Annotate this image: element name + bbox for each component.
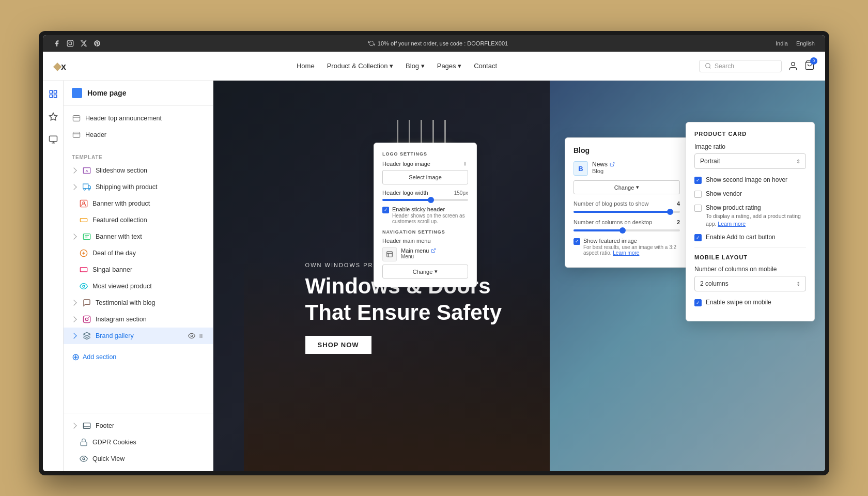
content-area: Home page Header top announcement Header (43, 81, 825, 471)
select-image-btn[interactable]: Select image (382, 170, 468, 184)
sidebar-instagram-label: Instagram section (96, 316, 147, 323)
left-icon-sections[interactable] (46, 87, 60, 101)
nav-blog[interactable]: Blog ▾ (406, 62, 425, 70)
sidebar-item-single-banner[interactable]: Singal banner (64, 261, 213, 278)
left-icon-theme[interactable] (46, 110, 60, 124)
pinterest-icon[interactable] (94, 40, 101, 47)
sticky-header-checkbox[interactable]: ✓ (382, 207, 389, 213)
svg-point-2 (72, 41, 72, 42)
cart-icon-wrapper[interactable]: 0 (804, 60, 815, 72)
logo-width-slider[interactable] (382, 199, 468, 201)
swipe-checkbox[interactable]: ✓ (694, 299, 702, 306)
brand-arrow (71, 333, 76, 338)
rating-learn-more[interactable]: Learn more (718, 221, 746, 227)
facebook-icon[interactable] (53, 40, 60, 47)
add-to-cart-label: Enable Add to cart button (706, 234, 776, 241)
nav-logo: ◆x (53, 59, 84, 73)
add-icon: ⊕ (72, 352, 80, 362)
slideshow-icon (82, 166, 91, 175)
blog-external-icon[interactable] (610, 162, 615, 167)
sidebar-brand-label: Brand gallery (96, 332, 134, 339)
rating-row: Show product rating To display a rating,… (694, 204, 806, 227)
sidebar-item-quickview[interactable]: Quick View (64, 451, 213, 467)
sidebar-item-banner-product[interactable]: Banner with product (64, 195, 213, 212)
announcement-promo-text: 10% off your next order, use code : DOOR… (378, 40, 508, 47)
vendor-checkbox[interactable] (694, 191, 702, 198)
sidebar-item-instagram[interactable]: Instagram section (64, 311, 213, 328)
external-link-icon[interactable] (431, 248, 436, 253)
add-section-button[interactable]: ⊕ Add section (64, 348, 213, 366)
sidebar-item-testimonial[interactable]: Testimonial with blog (64, 295, 213, 311)
brand-visibility-icon[interactable] (188, 332, 195, 339)
featured-icon (79, 215, 88, 225)
range-track (382, 199, 468, 201)
mobile-layout-title: MOBILE LAYOUT (694, 254, 806, 260)
brand-icon (82, 331, 91, 340)
left-icon-widgets[interactable] (46, 132, 60, 147)
sidebar-testimonial-label: Testimonial with blog (96, 299, 155, 306)
menu-sub-label: Menu (401, 254, 436, 259)
image-ratio-select[interactable]: Portrait ⇕ (694, 153, 806, 169)
blog-posts-slider[interactable]: Number of blog posts to show 4 (574, 200, 680, 213)
columns-range-fill (574, 229, 622, 231)
sidebar-item-gdpr[interactable]: GDPR Cookies (64, 434, 213, 451)
footer-icon (82, 421, 91, 430)
instagram-icon[interactable] (67, 40, 74, 47)
columns-label: Number of columns on desktop (574, 219, 652, 225)
announcement-text-group: 10% off your next order, use code : DOOR… (368, 40, 508, 47)
sidebar-item-shipping[interactable]: Shipping with product (64, 179, 213, 195)
svg-rect-11 (49, 136, 57, 142)
sidebar-fixed-section: Header top announcement Header (64, 106, 213, 147)
blog-panel: Blog B News Blog Change ▾ (565, 137, 689, 268)
svg-rect-8 (54, 90, 56, 93)
language-selector[interactable]: English (796, 40, 815, 47)
add-to-cart-row: ✓ Enable Add to cart button (694, 234, 806, 241)
rating-checkbox[interactable] (694, 205, 702, 212)
featured-image-checkbox[interactable]: ✓ (574, 238, 580, 245)
sidebar-slideshow-label: Slideshow section (96, 167, 147, 174)
sticky-desc: Header shows on the screen as customers … (392, 213, 468, 224)
hero-shop-btn[interactable]: SHOP NOW (305, 336, 371, 354)
columns-range-track (574, 229, 680, 231)
featured-learn-more[interactable]: Learn more (613, 250, 639, 256)
add-to-cart-checkbox[interactable]: ✓ (694, 234, 702, 241)
columns-mobile-select[interactable]: 2 columns ⇕ (694, 276, 806, 291)
second-image-checkbox[interactable]: ✓ (694, 177, 702, 184)
sidebar-single-banner-label: Singal banner (92, 266, 132, 273)
sidebar-item-featured[interactable]: Featured collection (64, 212, 213, 228)
menu-layout-icon (386, 251, 393, 258)
columns-desktop-slider[interactable]: Number of columns on desktop 2 (574, 219, 680, 231)
change-blog-btn[interactable]: Change ▾ (574, 180, 680, 194)
sidebar-item-header[interactable]: Header (64, 127, 213, 143)
nav-home[interactable]: Home (297, 62, 315, 70)
nav-pages[interactable]: Pages ▾ (437, 62, 461, 70)
sidebar-item-deal[interactable]: Deal of the day (64, 245, 213, 261)
svg-rect-7 (50, 90, 52, 93)
user-icon[interactable] (788, 61, 798, 71)
region-selector[interactable]: India (776, 40, 788, 47)
sidebar-item-most-viewed[interactable]: Most viewed product (64, 278, 213, 295)
svg-rect-0 (67, 40, 73, 47)
sidebar-item-brand[interactable]: Brand gallery (64, 328, 213, 344)
sidebar-item-slideshow[interactable]: Slideshow section (64, 162, 213, 179)
svg-rect-10 (54, 95, 56, 98)
change-menu-btn[interactable]: Change ▾ (382, 265, 468, 278)
twitter-icon[interactable] (80, 40, 87, 47)
brand-drag-icon[interactable] (197, 332, 205, 339)
sidebar-header: Home page (64, 81, 213, 106)
svg-point-21 (88, 189, 90, 190)
social-icons-group (53, 40, 101, 47)
featured-label: Show featured image (583, 238, 680, 244)
nav-product-collection[interactable]: Product & Collection ▾ (327, 62, 393, 70)
sidebar-item-header-top[interactable]: Header top announcement (64, 110, 213, 127)
nav-contact[interactable]: Contact (474, 62, 497, 70)
sidebar-item-footer[interactable]: Footer (64, 417, 213, 434)
header-icon (72, 130, 81, 140)
sidebar-item-banner-text[interactable]: Banner with text (64, 228, 213, 245)
svg-point-39 (83, 458, 85, 460)
blog-name: News (592, 161, 608, 168)
sidebar-shipping-label: Shipping with product (96, 183, 158, 191)
cart-count: 0 (810, 57, 817, 65)
image-ratio-label: Image ratio (694, 143, 806, 150)
search-bar[interactable]: Search (699, 60, 782, 72)
